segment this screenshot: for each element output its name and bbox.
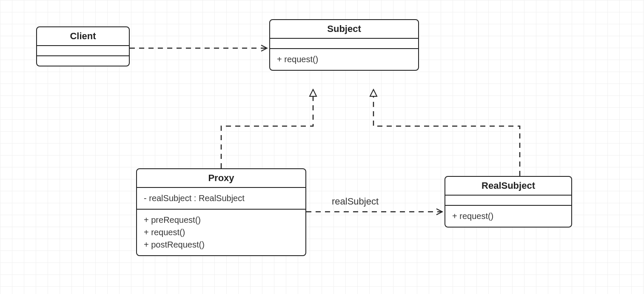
class-proxy: Proxy - realSubject : RealSubject + preR… (136, 168, 306, 256)
class-client-attributes (37, 46, 129, 56)
method-line: + request() (144, 226, 299, 239)
class-proxy-title: Proxy (137, 169, 305, 188)
class-subject-attributes (270, 39, 418, 49)
class-proxy-attributes: - realSubject : RealSubject (137, 188, 305, 210)
class-realsubject-title: RealSubject (445, 177, 571, 196)
class-proxy-methods: + preRequest() + request() + postRequest… (137, 210, 305, 255)
class-client-methods (37, 56, 129, 66)
attribute-line: - realSubject : RealSubject (144, 192, 299, 205)
class-subject-methods: + request() (270, 49, 418, 70)
method-line: + postRequest() (144, 239, 299, 251)
edge-proxy-to-subject (221, 89, 313, 168)
class-realsubject-methods: + request() (445, 206, 571, 227)
edge-realsubject-to-subject (373, 89, 520, 176)
class-realsubject-attributes (445, 196, 571, 206)
class-client: Client (36, 26, 130, 66)
class-subject-title: Subject (270, 20, 418, 39)
class-client-title: Client (37, 27, 129, 46)
class-subject: Subject + request() (269, 19, 419, 71)
method-line: + request() (452, 210, 564, 222)
diagram-canvas: realSubject Client Subject + request() P… (0, 0, 644, 294)
edge-label-proxy-to-realsubject: realSubject (332, 196, 379, 207)
method-line: + request() (277, 53, 411, 66)
class-realsubject: RealSubject + request() (445, 176, 572, 228)
method-line: + preRequest() (144, 214, 299, 226)
